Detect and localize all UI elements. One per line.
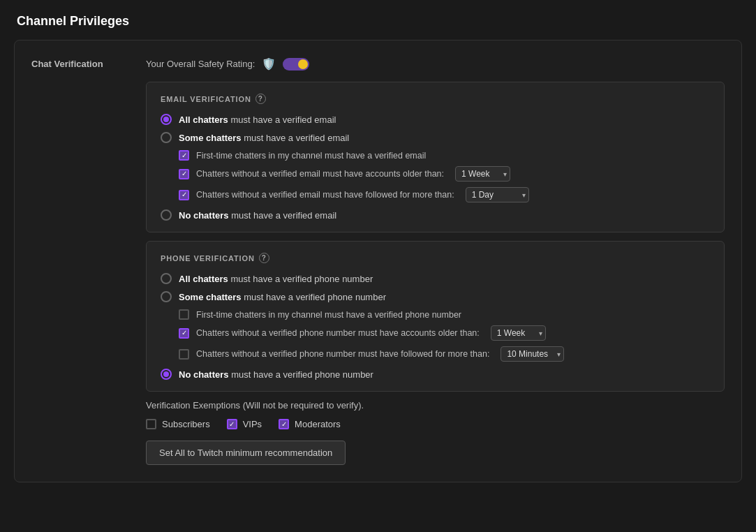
phone-some-radio[interactable] bbox=[161, 291, 172, 302]
phone-sub-options: First-time chatters in my channel must h… bbox=[179, 309, 710, 362]
phone-all-label: All chatters must have a verified phone … bbox=[179, 274, 373, 284]
phone-follow-age-checkbox[interactable] bbox=[179, 349, 189, 360]
phone-some-label: Some chatters must have a verified phone… bbox=[179, 292, 386, 302]
phone-none-label: No chatters must have a verified phone n… bbox=[179, 369, 373, 380]
exempt-moderators-checkbox[interactable] bbox=[279, 419, 289, 429]
phone-account-age-dropdown-wrapper[interactable]: 1 Day 1 Week 2 Weeks 1 Month bbox=[491, 325, 546, 341]
email-none-label: No chatters must have a verified email bbox=[179, 210, 336, 221]
exempt-subscribers-label: Subscribers bbox=[162, 419, 210, 429]
chat-verification-label: Chat Verification bbox=[31, 57, 129, 465]
phone-follow-age-dropdown-wrapper[interactable]: 10 Minutes 30 Minutes 1 Hour 1 Day 1 Wee… bbox=[501, 346, 564, 362]
email-first-time-label: First-time chatters in my channel must h… bbox=[196, 151, 426, 161]
safety-toggle[interactable] bbox=[283, 58, 309, 71]
exempt-subscribers-checkbox[interactable] bbox=[146, 419, 156, 429]
email-all-label: All chatters must have a verified email bbox=[179, 114, 336, 125]
email-first-time-checkbox[interactable] bbox=[179, 150, 189, 161]
phone-follow-age-label: Chatters without a verified phone number… bbox=[196, 349, 489, 359]
email-follow-age-dropdown-wrapper[interactable]: 10 Minutes 30 Minutes 1 Hour 1 Day 1 Wee… bbox=[466, 187, 529, 202]
phone-all-option[interactable]: All chatters must have a verified phone … bbox=[161, 273, 710, 284]
exempt-vips-label: VIPs bbox=[243, 419, 262, 429]
email-account-age-checkbox[interactable] bbox=[179, 169, 189, 179]
phone-none-option[interactable]: No chatters must have a verified phone n… bbox=[161, 369, 710, 380]
email-account-age-dropdown[interactable]: 1 Day 1 Week 2 Weeks 1 Month bbox=[455, 166, 510, 182]
email-follow-age-option[interactable]: Chatters without a verified email must h… bbox=[179, 187, 710, 202]
email-follow-age-label: Chatters without a verified email must h… bbox=[196, 190, 454, 200]
phone-first-time-checkbox[interactable] bbox=[179, 309, 189, 320]
email-all-radio[interactable] bbox=[161, 114, 172, 125]
page-title: Channel Privileges bbox=[0, 0, 756, 40]
email-some-option[interactable]: Some chatters must have a verified email bbox=[161, 132, 710, 143]
email-some-label: Some chatters must have a verified email bbox=[179, 133, 349, 143]
phone-some-option[interactable]: Some chatters must have a verified phone… bbox=[161, 291, 710, 302]
email-account-age-dropdown-wrapper[interactable]: 1 Day 1 Week 2 Weeks 1 Month bbox=[455, 166, 510, 182]
email-first-time-option[interactable]: First-time chatters in my channel must h… bbox=[179, 150, 710, 161]
phone-all-radio[interactable] bbox=[161, 273, 172, 284]
exempt-moderators-label: Moderators bbox=[295, 419, 341, 429]
phone-first-time-option[interactable]: First-time chatters in my channel must h… bbox=[179, 309, 710, 320]
phone-verification-box: PHONE VERIFICATION ? All chatters must h… bbox=[146, 241, 725, 392]
phone-account-age-checkbox[interactable] bbox=[179, 328, 189, 339]
email-verification-title: EMAIL VERIFICATION ? bbox=[161, 94, 710, 104]
email-account-age-option[interactable]: Chatters without a verified email must h… bbox=[179, 166, 710, 182]
email-help-icon[interactable]: ? bbox=[255, 94, 266, 104]
phone-account-age-dropdown[interactable]: 1 Day 1 Week 2 Weeks 1 Month bbox=[491, 325, 546, 341]
phone-follow-age-option[interactable]: Chatters without a verified phone number… bbox=[179, 346, 710, 362]
email-follow-age-checkbox[interactable] bbox=[179, 190, 189, 200]
email-verification-box: EMAIL VERIFICATION ? All chatters must h… bbox=[146, 82, 725, 232]
exemptions-title: Verification Exemptions (Will not be req… bbox=[146, 400, 725, 411]
phone-first-time-label: First-time chatters in my channel must h… bbox=[196, 310, 461, 320]
shield-icon: 🛡️ bbox=[262, 57, 276, 71]
safety-rating-label: Your Overall Safety Rating: bbox=[146, 59, 255, 69]
email-some-radio[interactable] bbox=[161, 132, 172, 143]
phone-help-icon[interactable]: ? bbox=[259, 253, 269, 263]
phone-none-radio[interactable] bbox=[161, 369, 172, 380]
email-all-option[interactable]: All chatters must have a verified email bbox=[161, 114, 710, 125]
set-all-button[interactable]: Set All to Twitch minimum recommendation bbox=[146, 441, 346, 465]
email-none-option[interactable]: No chatters must have a verified email bbox=[161, 209, 710, 221]
phone-account-age-option[interactable]: Chatters without a verified phone number… bbox=[179, 325, 710, 341]
email-sub-options: First-time chatters in my channel must h… bbox=[179, 150, 710, 202]
email-follow-age-dropdown[interactable]: 10 Minutes 30 Minutes 1 Hour 1 Day 1 Wee… bbox=[466, 187, 529, 202]
exempt-moderators-item[interactable]: Moderators bbox=[279, 419, 341, 429]
phone-follow-age-dropdown[interactable]: 10 Minutes 30 Minutes 1 Hour 1 Day 1 Wee… bbox=[501, 346, 564, 362]
exempt-subscribers-item[interactable]: Subscribers bbox=[146, 419, 210, 429]
email-none-radio[interactable] bbox=[161, 209, 172, 221]
exemptions-checkboxes: Subscribers VIPs Moderators bbox=[146, 419, 725, 429]
exemptions-section: Verification Exemptions (Will not be req… bbox=[146, 400, 725, 465]
exempt-vips-checkbox[interactable] bbox=[227, 419, 237, 429]
phone-verification-title: PHONE VERIFICATION ? bbox=[161, 253, 710, 263]
phone-account-age-label: Chatters without a verified phone number… bbox=[196, 328, 480, 338]
email-account-age-label: Chatters without a verified email must h… bbox=[196, 169, 444, 179]
exempt-vips-item[interactable]: VIPs bbox=[227, 419, 262, 429]
